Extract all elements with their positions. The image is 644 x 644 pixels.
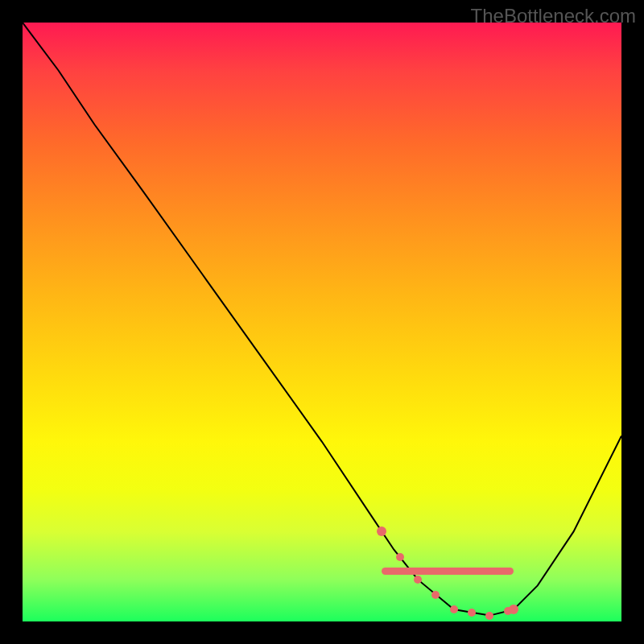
watermark-text: TheBottleneck.com <box>471 5 636 27</box>
optimal-marker <box>396 553 404 561</box>
optimal-marker <box>431 591 440 599</box>
optimal-marker <box>450 605 458 613</box>
optimal-range-bar <box>382 568 514 575</box>
curve-svg <box>23 23 621 621</box>
optimal-marker <box>468 609 476 617</box>
optimal-marker <box>485 612 493 620</box>
optimal-marker <box>414 576 422 584</box>
bottleneck-curve-path <box>23 23 621 616</box>
plot-area <box>23 23 621 621</box>
chart-frame: TheBottleneck.com <box>0 0 644 644</box>
